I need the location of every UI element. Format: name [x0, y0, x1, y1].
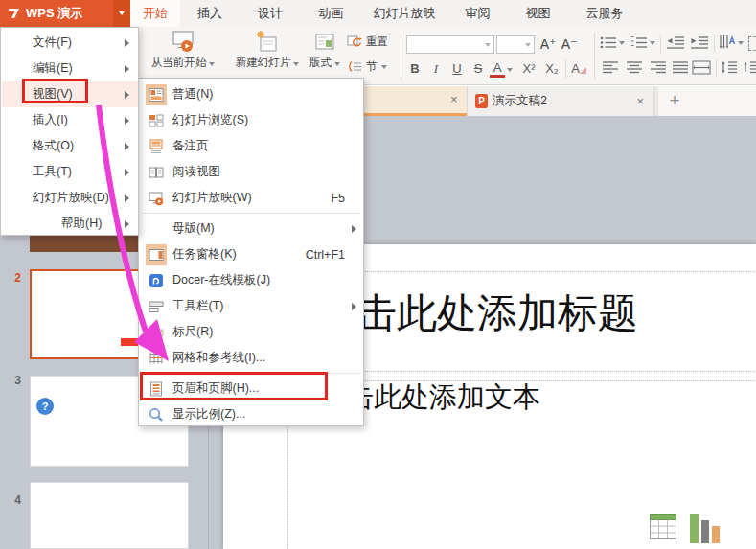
font-name-select[interactable]: [406, 35, 494, 54]
numbered-list-icon: [630, 35, 648, 50]
menu-item-zoom[interactable]: 显示比例(Z)...: [140, 401, 362, 427]
bullet-list-button[interactable]: [600, 35, 617, 50]
chevron-down-icon: [209, 62, 215, 66]
align-center-button[interactable]: [626, 60, 643, 75]
menu-item-insert[interactable]: 插入(I): [2, 107, 138, 133]
menu-item-slideshow[interactable]: 幻灯片放映(D): [2, 185, 138, 211]
close-icon[interactable]: ×: [636, 95, 644, 107]
section-button[interactable]: 节: [347, 59, 387, 74]
align-right-icon: [650, 60, 667, 75]
underline-button[interactable]: U: [448, 60, 466, 78]
reading-view-icon: [146, 162, 167, 183]
line-spacing-button[interactable]: [721, 60, 738, 75]
new-slide-button[interactable]: 新建幻灯片: [229, 31, 306, 70]
align-left-button[interactable]: [602, 60, 619, 75]
font-size-select[interactable]: [496, 35, 535, 54]
select-placeholder-button[interactable]: [748, 36, 756, 51]
paragraph-spacing-button[interactable]: [743, 60, 756, 75]
tab-slideshow[interactable]: 幻灯片放映: [361, 0, 447, 27]
start-from-current-label: 从当前开始: [151, 57, 207, 68]
chevron-down-icon[interactable]: [738, 41, 744, 45]
menu-item-label: 网格和参考线(I)...: [172, 350, 362, 366]
play-monitor-icon: [171, 31, 195, 54]
slide-thumbnail-4[interactable]: [30, 482, 189, 549]
menu-item-slide-sorter[interactable]: 幻灯片浏览(S): [140, 107, 362, 133]
tab-view[interactable]: 视图: [508, 0, 568, 27]
annotation-highlight-view-menu: [22, 79, 88, 103]
wps-presentation-window: WPS 演示 开始 插入 设计 动画 幻灯片放映 审阅 视图 云服务 从当前开: [0, 0, 756, 549]
docer-icon: [146, 270, 167, 291]
menu-item-grid-guides[interactable]: 网格和参考线(I)...: [140, 345, 362, 371]
insert-table-button[interactable]: [650, 514, 676, 540]
slide-sorter-icon: [146, 110, 167, 131]
chevron-down-icon[interactable]: [619, 41, 625, 45]
justify-button[interactable]: [672, 60, 689, 75]
line-spacing-icon: [721, 60, 738, 75]
shrink-font-button[interactable]: A⁻: [560, 35, 579, 53]
superscript-button[interactable]: X²: [518, 60, 539, 78]
text-direction-button[interactable]: [719, 34, 736, 51]
bold-button[interactable]: B: [406, 60, 424, 78]
menu-item-file[interactable]: 文件(F): [2, 30, 138, 56]
document-tab-2[interactable]: P 演示文稿2 ×: [467, 86, 654, 116]
menu-item-edit[interactable]: 编辑(E): [2, 56, 138, 81]
document-icon: P: [475, 94, 488, 108]
italic-button[interactable]: I: [427, 60, 445, 78]
insert-chart-button[interactable]: [690, 514, 721, 543]
normal-view-icon: [146, 84, 167, 105]
tab-insert[interactable]: 插入: [180, 0, 240, 27]
grow-font-button[interactable]: A⁺: [538, 35, 558, 53]
subscript-button[interactable]: X₂: [541, 60, 562, 78]
font-color-button[interactable]: A: [490, 60, 505, 78]
text-direction-icon: [719, 34, 736, 51]
decrease-indent-button[interactable]: [666, 35, 685, 50]
menu-item-label: 任务窗格(K): [172, 246, 306, 263]
chevron-down-icon[interactable]: [650, 41, 655, 45]
toolbar-separator: [660, 35, 661, 53]
menu-item-ruler[interactable]: 标尺(R): [140, 319, 362, 345]
layout-label: 版式: [309, 57, 332, 68]
document-tab-label: 演示文稿2: [493, 93, 547, 109]
new-slide-label: 新建幻灯片: [236, 57, 291, 68]
tab-home[interactable]: 开始: [130, 0, 180, 27]
chevron-down-icon[interactable]: [507, 68, 513, 72]
menu-item-toolbars[interactable]: 工具栏(T): [140, 293, 362, 319]
slide-title-text: 单击此处添加标题: [316, 286, 638, 340]
tab-review[interactable]: 审阅: [447, 0, 508, 27]
menu-item-docer-templates[interactable]: Docer-在线模板(J): [140, 267, 362, 293]
app-menu-dropdown[interactable]: [113, 0, 130, 27]
menu-item-reading-view[interactable]: 阅读视图: [140, 159, 362, 185]
menu-item-label: 普通(N): [172, 86, 362, 103]
numbered-list-button[interactable]: [630, 35, 648, 50]
menu-item-help[interactable]: ? 帮助(H): [2, 211, 138, 237]
menu-item-master[interactable]: 母版(M): [140, 216, 362, 241]
menu-item-format[interactable]: 格式(O): [2, 133, 138, 159]
menu-item-notes-page[interactable]: 备注页: [140, 133, 362, 159]
shortcut-label: F5: [331, 192, 345, 205]
menu-item-task-pane[interactable]: 任务窗格(K) Ctrl+F1: [140, 241, 362, 267]
align-right-button[interactable]: [650, 60, 667, 75]
increase-indent-button[interactable]: [690, 35, 709, 50]
start-from-current-button[interactable]: 从当前开始: [141, 31, 225, 70]
chevron-down-icon: [334, 62, 340, 66]
tab-cloud[interactable]: 云服务: [568, 0, 641, 27]
close-icon[interactable]: ×: [450, 93, 458, 105]
menu-item-tools[interactable]: 工具(T): [2, 159, 138, 185]
menu-item-label: 幻灯片放映(W): [172, 190, 331, 206]
menu-item-label: 工具(T): [33, 165, 72, 178]
clear-format-button[interactable]: A◢: [570, 60, 587, 79]
tab-animation[interactable]: 动画: [301, 0, 361, 27]
tab-design[interactable]: 设计: [240, 0, 301, 27]
toolbars-icon: [146, 296, 167, 317]
new-slide-icon: [255, 31, 280, 54]
menu-item-slideshow-view[interactable]: 幻灯片放映(W) F5: [140, 185, 362, 211]
menu-item-normal-view[interactable]: 普通(N): [140, 81, 362, 107]
reset-label: 重置: [366, 34, 388, 49]
new-document-tab-button[interactable]: +: [665, 90, 684, 111]
menu-item-label: 幻灯片浏览(S): [172, 112, 362, 128]
layout-button[interactable]: 版式: [304, 31, 346, 70]
app-logo[interactable]: WPS 演示: [0, 0, 113, 27]
distribute-text-button[interactable]: [692, 60, 711, 75]
strikethrough-button[interactable]: S: [470, 60, 487, 78]
reset-button[interactable]: 重置: [347, 34, 388, 49]
